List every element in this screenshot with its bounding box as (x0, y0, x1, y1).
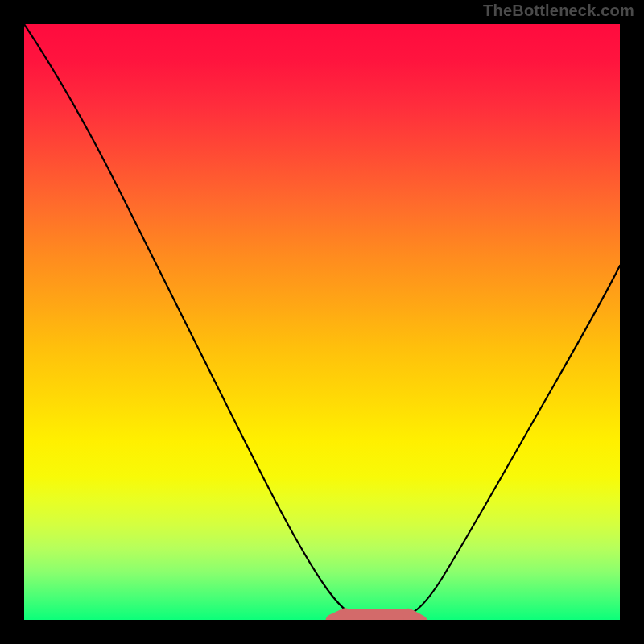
watermark-text: TheBottleneck.com (483, 2, 634, 20)
curve-layer (24, 24, 620, 620)
optimal-zone-marker-center (345, 609, 409, 620)
chart-frame: TheBottleneck.com (0, 0, 644, 644)
bottleneck-curve-path (24, 24, 620, 613)
plot-area (24, 24, 620, 620)
